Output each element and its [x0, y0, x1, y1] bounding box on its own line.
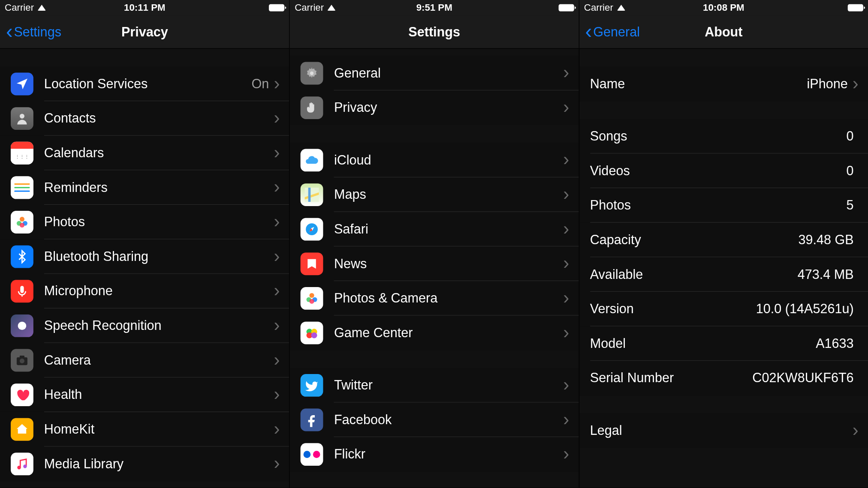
row-capacity[interactable]: Capacity 39.48 GB	[579, 223, 868, 257]
svg-point-15	[310, 293, 314, 298]
chevron-right-icon: ›	[274, 282, 280, 300]
list: Name iPhone › Songs 0 Videos 0 Photos 5 …	[579, 49, 868, 448]
row-facebook[interactable]: Facebook ›	[290, 403, 579, 437]
chevron-right-icon: ›	[274, 178, 280, 196]
nav-bar: ‹Settings Privacy	[0, 15, 289, 49]
flickr-icon	[301, 443, 323, 466]
row-safari[interactable]: Safari ›	[290, 212, 579, 247]
carrier-label: Carrier	[5, 3, 34, 13]
row-label: Bluetooth Sharing	[44, 249, 274, 264]
svg-rect-9	[20, 356, 24, 358]
row-label: Facebook	[334, 412, 563, 428]
row-label: Legal	[590, 423, 853, 438]
speech-icon	[11, 314, 33, 337]
row-label: Calendars	[44, 145, 274, 161]
row-twitter[interactable]: Twitter ›	[290, 368, 579, 403]
media-icon	[11, 452, 33, 475]
row-version[interactable]: Version 10.0 (14A5261u)	[579, 292, 868, 326]
row-label: Twitter	[334, 377, 563, 393]
row-game-center[interactable]: Game Center ›	[290, 316, 579, 350]
chevron-right-icon: ›	[274, 109, 280, 127]
chevron-right-icon: ›	[563, 220, 569, 238]
row-speech-recognition[interactable]: Speech Recognition ›	[0, 308, 289, 343]
row-privacy[interactable]: Privacy ›	[290, 90, 579, 125]
news-icon	[301, 252, 323, 275]
list-gap	[290, 125, 579, 143]
row-general[interactable]: General ›	[290, 56, 579, 91]
row-model[interactable]: Model A1633	[579, 326, 868, 361]
row-contacts[interactable]: Contacts ›	[0, 101, 289, 136]
list-gap	[290, 49, 579, 56]
row-news[interactable]: News ›	[290, 247, 579, 281]
row-label: Maps	[334, 187, 563, 202]
svg-point-22	[311, 332, 317, 338]
row-label: Contacts	[44, 111, 274, 126]
row-label: Videos	[590, 163, 847, 179]
chevron-right-icon: ›	[563, 410, 569, 428]
row-label: Photos & Camera	[334, 290, 563, 306]
row-health[interactable]: Health ›	[0, 377, 289, 412]
row-label: Reminders	[44, 180, 274, 195]
cam-icon	[11, 349, 33, 372]
row-label: Health	[44, 387, 274, 403]
row-reminders[interactable]: Reminders ›	[0, 171, 289, 205]
row-videos[interactable]: Videos 0	[579, 154, 868, 189]
status-bar: Carrier 9:51 PM	[290, 0, 579, 15]
row-label: Privacy	[334, 100, 563, 116]
list: General › Privacy › iCloud › Maps › Safa…	[290, 49, 579, 472]
row-calendars[interactable]: ⋮⋮⋮ Calendars ›	[0, 136, 289, 171]
svg-point-1	[20, 217, 24, 222]
row-label: Model	[590, 336, 816, 351]
wifi-icon	[617, 5, 625, 11]
row-photos-count[interactable]: Photos 5	[579, 188, 868, 223]
list-gap	[579, 49, 868, 67]
row-label: Name	[590, 76, 807, 92]
row-value: C02KW8UKF6T6	[752, 371, 853, 386]
row-label: Version	[590, 301, 756, 317]
row-location-services[interactable]: Location Services On ›	[0, 67, 289, 102]
row-flickr[interactable]: Flickr ›	[290, 437, 579, 472]
row-bluetooth-sharing[interactable]: Bluetooth Sharing ›	[0, 240, 289, 274]
contacts-icon	[11, 107, 33, 130]
chevron-right-icon: ›	[274, 351, 280, 369]
row-icloud[interactable]: iCloud ›	[290, 143, 579, 178]
battery-icon	[558, 4, 574, 12]
row-label: Safari	[334, 222, 563, 237]
row-label: HomeKit	[44, 422, 274, 437]
row-maps[interactable]: Maps ›	[290, 177, 579, 212]
back-label: General	[593, 24, 640, 39]
chevron-right-icon: ›	[563, 64, 569, 82]
row-photos[interactable]: Photos ›	[0, 205, 289, 240]
row-name[interactable]: Name iPhone ›	[579, 67, 868, 102]
back-button[interactable]: ‹Settings	[0, 23, 61, 41]
chevron-right-icon: ›	[563, 376, 569, 394]
chevron-right-icon: ›	[563, 445, 569, 463]
back-button[interactable]: ‹General	[579, 23, 640, 41]
row-legal[interactable]: Legal ›	[579, 413, 868, 448]
nav-bar: ‹General About	[579, 15, 868, 49]
row-camera[interactable]: Camera ›	[0, 343, 289, 378]
row-label: iCloud	[334, 153, 563, 168]
row-photos-camera[interactable]: Photos & Camera ›	[290, 281, 579, 316]
chevron-right-icon: ›	[563, 151, 569, 169]
chevron-right-icon: ›	[274, 247, 280, 265]
tw-icon	[301, 374, 323, 397]
back-label: Settings	[14, 24, 61, 39]
row-microphone[interactable]: Microphone ›	[0, 274, 289, 308]
safari-icon	[301, 218, 323, 241]
cal-icon: ⋮⋮⋮	[11, 142, 33, 165]
row-media-library[interactable]: Media Library ›	[0, 447, 289, 482]
row-value: 10.0 (14A5261u)	[756, 301, 854, 317]
health-icon	[11, 383, 33, 406]
svg-point-0	[20, 114, 24, 119]
status-time: 10:08 PM	[703, 3, 744, 13]
row-songs[interactable]: Songs 0	[579, 119, 868, 154]
wifi-icon	[327, 5, 335, 11]
page-title: Settings	[408, 24, 460, 39]
list-gap	[579, 395, 868, 413]
row-available[interactable]: Available 473.4 MB	[579, 257, 868, 292]
row-homekit[interactable]: HomeKit ›	[0, 412, 289, 447]
row-label: News	[334, 256, 563, 272]
nav-bar: Settings	[290, 15, 579, 49]
row-serial-number[interactable]: Serial Number C02KW8UKF6T6	[579, 361, 868, 395]
